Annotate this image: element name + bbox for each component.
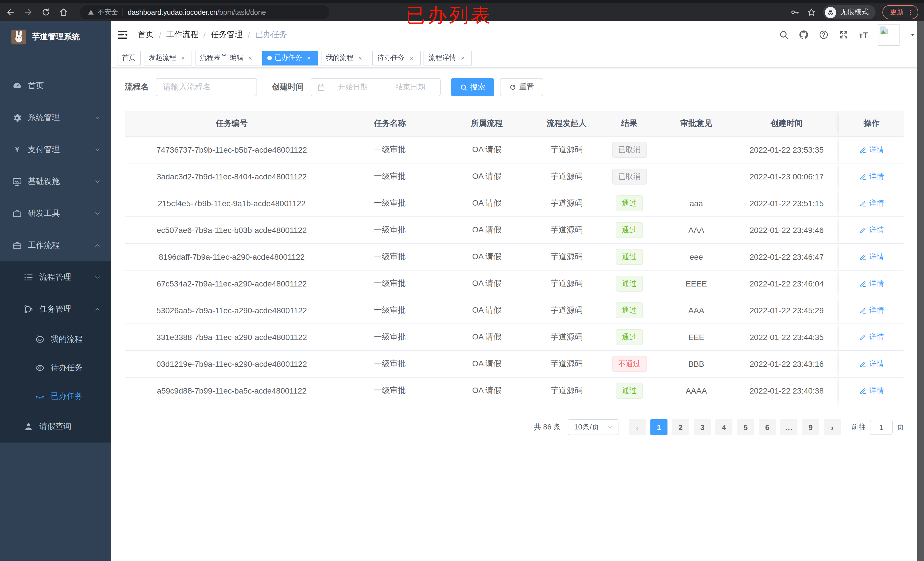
sidebar-item-8[interactable]: 我的流程 bbox=[0, 325, 111, 354]
process-name-input[interactable]: 请输入流程名 bbox=[156, 78, 257, 96]
column-header-0: 任务编号 bbox=[125, 118, 339, 129]
tab-流程详情[interactable]: 流程详情× bbox=[423, 51, 472, 65]
sidebar-item-1[interactable]: 系统管理 bbox=[0, 102, 111, 134]
close-icon[interactable]: × bbox=[305, 54, 313, 61]
sidebar-collapse-icon[interactable] bbox=[116, 28, 129, 41]
tab-已办任务[interactable]: 已办任务× bbox=[262, 51, 318, 65]
browser-scrollbar[interactable] bbox=[917, 21, 924, 561]
forward-icon[interactable] bbox=[23, 7, 33, 17]
detail-link[interactable]: 详情 bbox=[859, 252, 884, 262]
close-icon[interactable]: × bbox=[408, 54, 416, 61]
incognito-icon bbox=[825, 6, 836, 18]
bookmark-star-icon[interactable] bbox=[807, 7, 816, 17]
sidebar-item-3[interactable]: 基础设施 bbox=[0, 166, 111, 197]
sidebar-item-4[interactable]: 研发工具 bbox=[0, 197, 111, 229]
reload-icon[interactable] bbox=[41, 7, 51, 17]
avatar[interactable] bbox=[878, 24, 900, 46]
flow-list-icon bbox=[23, 272, 34, 283]
detail-link[interactable]: 详情 bbox=[859, 171, 884, 182]
page-size-select[interactable]: 10条/页 bbox=[568, 419, 618, 435]
pagination: 共 86 条10条/页‹123456…9›前往页 bbox=[125, 419, 904, 435]
page-button-9[interactable]: 9 bbox=[802, 419, 819, 435]
search-button[interactable]: 搜索 bbox=[451, 78, 494, 96]
page-button-4[interactable]: 4 bbox=[716, 419, 732, 435]
breadcrumb-item-2[interactable]: 任务管理 bbox=[211, 30, 243, 40]
detail-link[interactable]: 详情 bbox=[859, 198, 884, 208]
created-time-cell: 2022-01-22 23:45:29 bbox=[735, 306, 838, 315]
detail-link[interactable]: 详情 bbox=[859, 225, 884, 235]
sidebar-item-7[interactable]: 任务管理 bbox=[0, 293, 111, 325]
home-icon[interactable] bbox=[59, 7, 68, 17]
close-icon[interactable]: × bbox=[356, 54, 364, 61]
tab-我的流程[interactable]: 我的流程× bbox=[321, 51, 369, 65]
table-row: 03d1219e-7b9a-11ec-a290-acde48001122一级审批… bbox=[125, 351, 904, 378]
avatar-caret-icon[interactable] bbox=[909, 31, 916, 38]
sidebar-item-11[interactable]: 请假查询 bbox=[0, 411, 111, 443]
update-button[interactable]: 更新 bbox=[882, 5, 918, 19]
initiator-cell: 芋道源码 bbox=[532, 225, 601, 235]
detail-link[interactable]: 详情 bbox=[859, 278, 884, 289]
toolbox-icon bbox=[12, 208, 22, 219]
detail-link[interactable]: 详情 bbox=[859, 305, 884, 316]
prev-page-button[interactable]: ‹ bbox=[629, 419, 646, 435]
detail-link[interactable]: 详情 bbox=[859, 359, 884, 369]
fullscreen-icon[interactable] bbox=[839, 30, 849, 40]
help-icon[interactable] bbox=[819, 30, 829, 40]
initiator-cell: 芋道源码 bbox=[532, 145, 601, 155]
breadcrumb-item-1[interactable]: 工作流程 bbox=[166, 30, 198, 40]
end-date-placeholder: 结束日期 bbox=[386, 82, 434, 92]
breadcrumb-item-0[interactable]: 首页 bbox=[138, 30, 154, 40]
reset-button[interactable]: 重置 bbox=[500, 78, 543, 96]
tab-label: 流程表单-编辑 bbox=[200, 53, 243, 63]
tab-label: 首页 bbox=[122, 53, 136, 63]
pagination-ellipsis[interactable]: … bbox=[780, 419, 798, 435]
sidebar-item-6[interactable]: 流程管理 bbox=[0, 262, 111, 293]
tab-待办任务[interactable]: 待办任务× bbox=[372, 51, 421, 65]
search-icon[interactable] bbox=[779, 30, 789, 40]
table-row: 8196daff-7b9a-11ec-a290-acde48001122一级审批… bbox=[125, 244, 904, 271]
svg-text:¥: ¥ bbox=[15, 145, 20, 154]
page-button-1[interactable]: 1 bbox=[650, 419, 668, 435]
initiator-cell: 芋道源码 bbox=[532, 386, 601, 396]
goto-page-input[interactable] bbox=[870, 420, 892, 435]
detail-link-label: 详情 bbox=[869, 359, 884, 369]
close-icon[interactable]: × bbox=[179, 54, 187, 61]
column-header-1: 任务名称 bbox=[339, 118, 441, 129]
detail-link[interactable]: 详情 bbox=[859, 332, 884, 342]
detail-link[interactable]: 详情 bbox=[859, 386, 884, 396]
sidebar-item-5[interactable]: 工作流程 bbox=[0, 229, 111, 262]
tab-流程表单-编辑[interactable]: 流程表单-编辑× bbox=[195, 51, 260, 65]
detail-link[interactable]: 详情 bbox=[859, 145, 884, 155]
page-button-2[interactable]: 2 bbox=[672, 419, 689, 435]
github-icon[interactable] bbox=[799, 30, 809, 40]
page-button-3[interactable]: 3 bbox=[694, 419, 711, 435]
comment-cell: EEEE bbox=[658, 279, 735, 288]
key-icon[interactable] bbox=[790, 7, 800, 17]
task-name-cell: 一级审批 bbox=[339, 225, 441, 235]
menu-dots-icon[interactable] bbox=[906, 8, 914, 16]
person-icon bbox=[23, 422, 34, 432]
sidebar-item-0[interactable]: 首页 bbox=[0, 70, 111, 102]
page-button-5[interactable]: 5 bbox=[737, 419, 754, 435]
url-divider bbox=[123, 9, 123, 16]
action-cell: 详情 bbox=[838, 271, 904, 297]
create-time-range-picker[interactable]: 开始日期 - 结束日期 bbox=[310, 78, 441, 96]
process-cell: OA 请假 bbox=[441, 225, 532, 235]
next-page-button[interactable]: › bbox=[824, 419, 841, 435]
font-size-icon[interactable]: тТ bbox=[859, 30, 868, 40]
security-warning[interactable]: 不安全 bbox=[87, 7, 118, 17]
close-icon[interactable]: × bbox=[459, 54, 467, 61]
tab-首页[interactable]: 首页 bbox=[117, 51, 141, 65]
tab-发起流程[interactable]: 发起流程× bbox=[144, 51, 192, 65]
close-icon[interactable]: × bbox=[246, 54, 254, 61]
sidebar-item-9[interactable]: 待办任务 bbox=[0, 354, 111, 382]
page-button-6[interactable]: 6 bbox=[759, 419, 776, 435]
sidebar-item-2[interactable]: ¥支付管理 bbox=[0, 134, 111, 166]
initiator-cell: 芋道源码 bbox=[532, 171, 601, 182]
url-bar[interactable]: 不安全 dashboard.yudao.iocoder.cn/bpm/task/… bbox=[80, 5, 330, 19]
tab-label: 已办任务 bbox=[275, 53, 302, 63]
back-icon[interactable] bbox=[6, 7, 15, 17]
sidebar-menu: 首页系统管理¥支付管理基础设施研发工具工作流程流程管理任务管理我的流程待办任务已… bbox=[0, 70, 111, 443]
app-logo-row[interactable]: 芋道管理系统 bbox=[0, 21, 111, 53]
sidebar-item-10[interactable]: 已办任务 bbox=[0, 382, 111, 411]
